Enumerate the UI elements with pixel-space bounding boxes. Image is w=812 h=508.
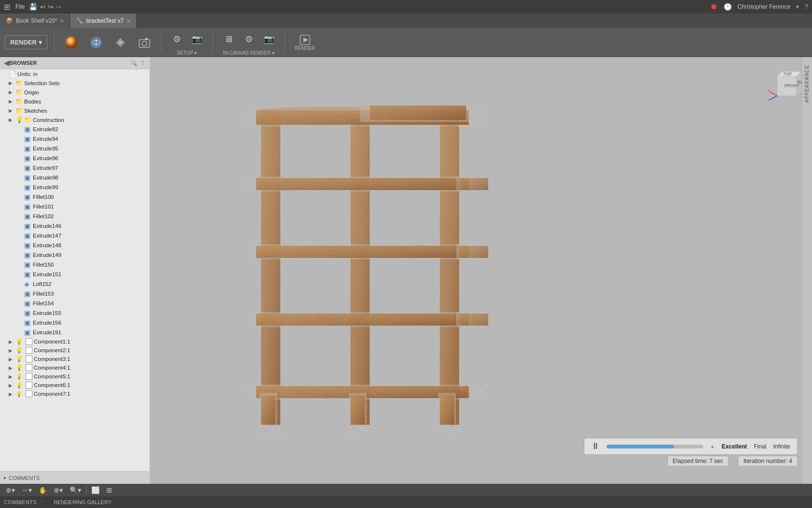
grid-btn[interactable]: ⊞: [104, 485, 114, 495]
tab-bookshelf[interactable]: 📦 Book Shelf v20* ✕: [0, 14, 70, 28]
sidebar-feature-item[interactable]: ▣ Extrude95: [0, 144, 149, 153]
sidebar-feature-item[interactable]: ▣ Extrude191: [0, 328, 149, 337]
visibility-checkbox[interactable]: [26, 364, 32, 371]
sidebar-component-item[interactable]: ▶ 💡 Component4:1: [0, 363, 149, 372]
sidebar-collapse-btn[interactable]: ◀: [4, 59, 9, 67]
tab-close-bracket[interactable]: ✕: [127, 18, 130, 24]
orbit-tool-btn[interactable]: ⊕▾: [4, 485, 17, 495]
sidebar-component-item[interactable]: ▶ 💡 Component3:1: [0, 355, 149, 363]
render-label[interactable]: RENDER ▾: [5, 35, 47, 49]
expand-arrow-component[interactable]: ▶: [9, 374, 15, 379]
expand-arrow-component[interactable]: ▶: [9, 348, 15, 353]
setup-btn-1[interactable]: ⚙: [168, 29, 186, 49]
in-canvas-btn-2[interactable]: ⚙: [240, 29, 258, 49]
expand-arrow-component[interactable]: ▶: [9, 357, 15, 362]
app-grid-icon[interactable]: ⊞: [4, 2, 10, 12]
tab-label-bracket: bracketTest v7: [86, 17, 123, 24]
sidebar-feature-item[interactable]: ▣ Extrude96: [0, 153, 149, 163]
render-quality-final[interactable]: Final: [754, 443, 767, 450]
sidebar-item-construction[interactable]: ▶ 💡 📁 Construction: [0, 115, 149, 124]
sidebar-feature-item[interactable]: ▣ Extrude156: [0, 318, 149, 328]
clock-icon[interactable]: 🕐: [724, 3, 732, 11]
user-dropdown-icon[interactable]: ▾: [796, 3, 799, 10]
render-pause-btn[interactable]: ⏸: [591, 441, 600, 451]
sidebar-feature-item[interactable]: ▣ Fillet101: [0, 202, 149, 211]
sidebar-feature-item[interactable]: ▣ Extrude98: [0, 173, 149, 182]
visibility-checkbox[interactable]: [26, 390, 32, 397]
sidebar-feature-item[interactable]: ▣ Fillet150: [0, 260, 149, 269]
render-btn[interactable]: RENDER: [292, 32, 318, 53]
expand-arrow-component[interactable]: ▶: [9, 391, 15, 397]
sidebar-feature-item[interactable]: ▣ Extrude148: [0, 240, 149, 250]
sidebar-item-selection-sets[interactable]: ▶ 📁 Selection Sets: [0, 78, 149, 88]
in-canvas-btn-1[interactable]: 🖥: [220, 29, 237, 49]
sidebar-feature-item[interactable]: ▣ Extrude155: [0, 308, 149, 318]
undo2-icon[interactable]: ↪: [56, 3, 61, 11]
sidebar-feature-item[interactable]: ▣ Extrude149: [0, 250, 149, 260]
feature-label: Extrude156: [33, 320, 147, 326]
comments-label[interactable]: COMMENTS: [4, 499, 37, 505]
visibility-checkbox[interactable]: [26, 338, 32, 345]
sidebar-item-origin[interactable]: ▶ 📁 Origin: [0, 88, 149, 97]
sidebar-component-item[interactable]: ▶ 💡 Component2:1: [0, 346, 149, 355]
sidebar-feature-item[interactable]: ▣ Extrude99: [0, 182, 149, 192]
visibility-checkbox[interactable]: [26, 347, 32, 354]
expand-arrow-component[interactable]: ▶: [9, 339, 15, 344]
sidebar-feature-item[interactable]: ▣ Extrude147: [0, 231, 149, 240]
viewport[interactable]: FRONT RIGHT TOP Z X ⏸ ▲ Excellent Final …: [150, 57, 812, 484]
feature-icon: ▣: [24, 125, 33, 133]
record-icon[interactable]: ⏺: [710, 2, 718, 11]
render-quality-excellent[interactable]: Excellent: [722, 443, 747, 450]
zoom-btn[interactable]: ⊕▾: [52, 485, 65, 495]
view-cube[interactable]: FRONT RIGHT TOP Z X: [768, 62, 806, 101]
sidebar-options-btn[interactable]: ⋮: [140, 60, 145, 66]
undo-icon[interactable]: ↩: [40, 3, 46, 11]
sidebar-feature-item[interactable]: ◈ Loft152: [0, 279, 149, 289]
sidebar-search-btn[interactable]: 🔍: [130, 60, 137, 66]
sidebar-feature-item[interactable]: ▣ Fillet153: [0, 289, 149, 299]
sidebar-item-bodies[interactable]: ▶ 📁 Bodies: [0, 97, 149, 106]
svg-point-0: [65, 36, 78, 49]
sidebar-item-sketches[interactable]: ▶ 📁 Sketches: [0, 106, 149, 115]
redo-icon[interactable]: ↪: [48, 3, 54, 11]
render-camera-btn[interactable]: [135, 32, 154, 53]
sidebar-feature-item[interactable]: ▣ Extrude97: [0, 163, 149, 173]
pan-tool-btn[interactable]: ↔▾: [20, 485, 34, 495]
sidebar-feature-item[interactable]: ▣ Extrude82: [0, 124, 149, 134]
tab-close-bookshelf[interactable]: ✕: [60, 18, 64, 24]
visibility-checkbox[interactable]: [26, 382, 32, 388]
sidebar-component-item[interactable]: ▶ 💡 Component7:1: [0, 389, 149, 398]
fit-tool-btn[interactable]: 🔍▾: [68, 485, 83, 495]
sidebar-feature-item[interactable]: ▣ Extrude94: [0, 134, 149, 144]
rendering-gallery-label[interactable]: RENDERING GALLERY: [54, 499, 112, 505]
sidebar-feature-item[interactable]: ▣ Extrude146: [0, 221, 149, 231]
visibility-checkbox[interactable]: [26, 373, 32, 380]
sidebar: ◀ BROWSER 🔍 ⋮ 📄 Units: in ▶ 📁 Selection …: [0, 57, 150, 484]
view-mode-btn[interactable]: ⬜: [89, 485, 102, 495]
help-icon[interactable]: ?: [805, 3, 808, 10]
feature-icon: ▣: [24, 135, 33, 143]
render-settings-btn[interactable]: [111, 32, 130, 53]
sidebar-footer[interactable]: ▸ COMMENTS: [0, 471, 149, 484]
file-menu[interactable]: File: [13, 2, 27, 11]
environment-btn[interactable]: [87, 32, 106, 53]
render-quality-infinite[interactable]: Infinite: [773, 443, 790, 450]
expand-arrow-component[interactable]: ▶: [9, 383, 15, 388]
expand-arrow-component[interactable]: ▶: [9, 365, 15, 371]
save-icon[interactable]: 💾: [29, 3, 37, 11]
sidebar-feature-item[interactable]: ▣ Fillet100: [0, 192, 149, 202]
sidebar-feature-item[interactable]: ▣ Fillet154: [0, 299, 149, 308]
sidebar-feature-item[interactable]: ▣ Extrude151: [0, 269, 149, 279]
in-canvas-btn-3[interactable]: 📷: [261, 29, 278, 49]
visibility-checkbox[interactable]: [26, 356, 32, 362]
sidebar-feature-item[interactable]: ▣ Fillet102: [0, 211, 149, 221]
render-sphere-btn[interactable]: [61, 32, 82, 53]
sidebar-component-item[interactable]: ▶ 💡 Component5:1: [0, 372, 149, 381]
setup-btn-2[interactable]: 📷: [188, 29, 206, 49]
tab-bracket[interactable]: 🔧 bracketTest v7 ✕: [70, 14, 136, 28]
hand-tool-btn[interactable]: ✋: [37, 485, 49, 495]
appearance-label[interactable]: APPEARANCE: [803, 62, 811, 105]
sidebar-component-item[interactable]: ▶ 💡 Component1:1: [0, 337, 149, 346]
sidebar-component-item[interactable]: ▶ 💡 Component6:1: [0, 381, 149, 389]
sidebar-resize[interactable]: ⋮: [39, 499, 44, 506]
